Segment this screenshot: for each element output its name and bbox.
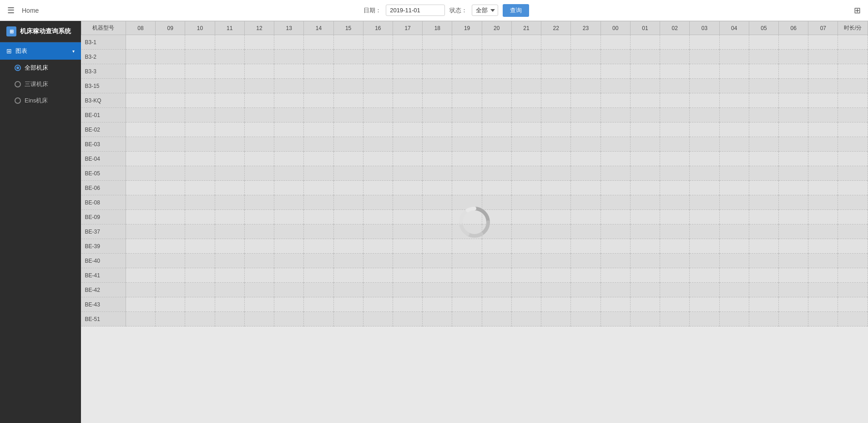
time-cell <box>630 166 660 181</box>
time-header-22: 22 <box>541 21 571 35</box>
time-cell <box>333 79 363 93</box>
duration-cell <box>838 64 868 79</box>
time-cell <box>690 283 719 297</box>
time-cell <box>541 64 571 79</box>
time-cell <box>779 283 808 297</box>
time-cell <box>749 79 778 93</box>
radio-three-machines <box>15 81 21 87</box>
time-cell <box>393 50 422 64</box>
time-cell <box>511 181 541 195</box>
time-cell <box>808 108 838 122</box>
time-cell <box>571 108 601 122</box>
time-cell <box>304 108 333 122</box>
time-cell <box>511 195 541 210</box>
machine-name-cell: BE-02 <box>81 122 126 137</box>
time-cell <box>690 152 719 166</box>
time-cell <box>541 268 571 283</box>
time-cell <box>541 181 571 195</box>
time-cell <box>482 166 511 181</box>
time-cell <box>126 283 155 297</box>
machine-name-cell: B3-2 <box>81 50 126 64</box>
time-cell <box>749 50 778 64</box>
time-cell <box>690 297 719 312</box>
chart-icon: ⊞ <box>6 47 12 55</box>
machine-name-cell: BE-37 <box>81 224 126 239</box>
time-cell <box>452 254 482 268</box>
time-cell <box>630 137 660 152</box>
table-row: BE-37 <box>81 224 868 239</box>
sidebar-item-three-machines[interactable]: 三课机床 <box>0 76 81 92</box>
time-cell <box>185 268 215 283</box>
time-cell <box>660 268 690 283</box>
time-cell <box>452 35 482 50</box>
status-select[interactable]: 全部 运行 停止 报警 <box>472 5 498 16</box>
time-cell <box>601 239 630 254</box>
time-cell <box>719 79 749 93</box>
grid-icon[interactable]: ⊞ <box>854 5 861 15</box>
time-cell <box>571 50 601 64</box>
sidebar-item-all-machines[interactable]: 全部机床 <box>0 60 81 76</box>
time-cell <box>779 108 808 122</box>
sidebar-item-eins-machines[interactable]: Eins机床 <box>0 92 81 109</box>
time-cell <box>185 35 215 50</box>
time-cell <box>749 152 778 166</box>
time-cell <box>808 210 838 224</box>
duration-cell <box>838 137 868 152</box>
time-cell <box>393 224 422 239</box>
time-cell <box>363 122 393 137</box>
time-cell <box>274 239 304 254</box>
table-row: BE-41 <box>81 268 868 283</box>
time-cell <box>363 283 393 297</box>
time-cell <box>808 195 838 210</box>
time-cell <box>185 93 215 108</box>
time-cell <box>156 268 185 283</box>
time-cell <box>363 35 393 50</box>
time-cell <box>601 254 630 268</box>
duration-cell <box>838 283 868 297</box>
duration-cell <box>838 297 868 312</box>
time-cell <box>274 283 304 297</box>
sidebar-item-chart[interactable]: ⊞ 图表 ▾ <box>0 42 81 60</box>
time-cell <box>452 195 482 210</box>
time-cell <box>779 50 808 64</box>
time-cell <box>363 195 393 210</box>
date-input[interactable] <box>386 5 445 16</box>
time-header-19: 19 <box>452 21 482 35</box>
query-button[interactable]: 查询 <box>503 4 529 17</box>
menu-icon[interactable]: ☰ <box>7 5 15 15</box>
chevron-down-icon: ▾ <box>72 49 75 54</box>
time-cell <box>393 210 422 224</box>
time-cell <box>571 195 601 210</box>
time-cell <box>779 93 808 108</box>
machine-name-cell: BE-06 <box>81 181 126 195</box>
time-cell <box>126 297 155 312</box>
time-cell <box>126 35 155 50</box>
time-cell <box>779 122 808 137</box>
time-cell <box>333 254 363 268</box>
table-row: B3-1 <box>81 35 868 50</box>
time-header-18: 18 <box>423 21 452 35</box>
time-cell <box>690 108 719 122</box>
time-cell <box>244 195 274 210</box>
time-cell <box>156 224 185 239</box>
time-cell <box>630 122 660 137</box>
time-cell <box>571 254 601 268</box>
time-cell <box>126 79 155 93</box>
duration-cell <box>838 239 868 254</box>
time-cell <box>482 283 511 297</box>
time-cell <box>304 210 333 224</box>
time-cell <box>126 195 155 210</box>
time-cell <box>511 79 541 93</box>
table-row: BE-01 <box>81 108 868 122</box>
time-cell <box>571 93 601 108</box>
time-cell <box>274 297 304 312</box>
time-cell <box>660 239 690 254</box>
time-cell <box>244 79 274 93</box>
time-cell <box>571 137 601 152</box>
time-cell <box>541 210 571 224</box>
home-link[interactable]: Home <box>22 7 39 14</box>
machine-name-cell: B3-15 <box>81 79 126 93</box>
time-cell <box>452 93 482 108</box>
time-header-03: 03 <box>690 21 719 35</box>
time-cell <box>274 64 304 79</box>
